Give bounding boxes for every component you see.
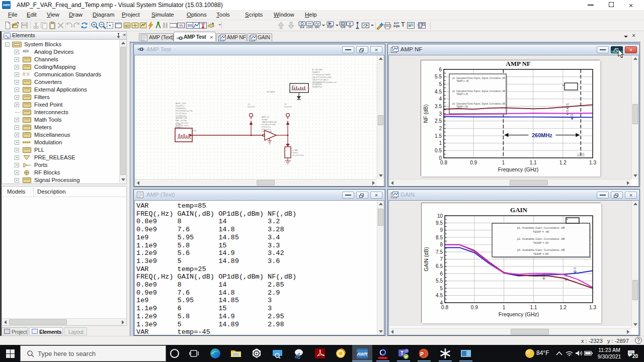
svg-text:p3. Available Gain, Cumulative: p3. Available Gain, Cumulative, dB xyxy=(517,248,565,251)
svg-text:p2: p2 xyxy=(566,109,569,112)
svg-text:1.3: 1.3 xyxy=(589,305,596,310)
svg-text:p1: p1 xyxy=(574,266,577,269)
svg-text:5: 5 xyxy=(439,81,442,87)
svg-text:NF (dB): NF (dB) xyxy=(423,105,429,123)
svg-text:TEMP = 25: TEMP = 25 xyxy=(456,93,468,96)
svg-text:AWR: AWR xyxy=(357,351,368,356)
svg-text:HO: HO xyxy=(125,24,130,28)
svg-text:3.5: 3.5 xyxy=(435,104,442,109)
svg-text:dBm: dBm xyxy=(292,85,295,87)
svg-text:0.9: 0.9 xyxy=(470,160,477,165)
svg-text:9: 9 xyxy=(440,227,443,233)
svg-text:8: 8 xyxy=(440,242,443,247)
svg-text:TEMP = -45: TEMP = -45 xyxy=(456,80,469,82)
svg-text:Frequency (GHz): Frequency (GHz) xyxy=(498,166,539,172)
svg-text:ID=A1: ID=A1 xyxy=(175,126,182,128)
svg-text:8.5: 8.5 xyxy=(436,235,443,240)
svg-text:p2. Available Gain, Cumulative: p2. Available Gain, Cumulative, dB xyxy=(517,237,565,240)
svg-text:7: 7 xyxy=(440,256,443,262)
svg-text:p1. Cascaded Noise Figure, Sig: p1. Cascaded Noise Figure, Signal, Cumul… xyxy=(452,77,505,79)
svg-text:4.5: 4.5 xyxy=(435,89,442,95)
svg-text:1.26e9: 1.26e9 xyxy=(577,153,584,155)
svg-text:5.5: 5.5 xyxy=(435,74,442,79)
svg-text:2: 2 xyxy=(439,126,442,131)
svg-text:260MHz: 260MHz xyxy=(532,132,552,138)
svg-text:p3: p3 xyxy=(566,103,569,106)
svg-text:!: ! xyxy=(26,156,27,159)
svg-text:TEMP = 85: TEMP = 85 xyxy=(533,252,549,255)
svg-text:T: T xyxy=(400,350,404,356)
svg-text:1: 1 xyxy=(502,160,505,165)
svg-text:P: P xyxy=(420,351,424,357)
svg-text:4.5: 4.5 xyxy=(436,293,443,298)
svg-text:ID=TP1: ID=TP1 xyxy=(248,106,255,108)
svg-text:9.5: 9.5 xyxy=(436,220,443,226)
svg-text:p3. Cascaded Noise Figure, Sig: p3. Cascaded Noise Figure, Signal, Cumul… xyxy=(452,103,505,105)
svg-text:0.5: 0.5 xyxy=(435,148,442,153)
svg-text:1.2: 1.2 xyxy=(559,305,567,310)
svg-text:1.2: 1.2 xyxy=(559,160,567,165)
svg-text:1.3: 1.3 xyxy=(589,160,596,165)
svg-text:1.1: 1.1 xyxy=(530,305,537,310)
svg-text:GAIN (dB): GAIN (dB) xyxy=(423,247,429,271)
svg-text:Frequency (GHz): Frequency (GHz) xyxy=(499,311,539,317)
svg-text:1: 1 xyxy=(503,305,506,310)
svg-text:4: 4 xyxy=(439,96,442,102)
svg-text:0.8: 0.8 xyxy=(440,160,447,165)
svg-text:SPCANL: SPCANL xyxy=(267,90,276,93)
svg-text:p2. Cascaded Noise Figure, Sig: p2. Cascaded Noise Figure, Signal, Cumul… xyxy=(452,90,505,93)
svg-text:0.8: 0.8 xyxy=(441,305,448,310)
svg-text:NSAMP=4: NSAMP=4 xyxy=(312,85,323,88)
svg-text:2.5: 2.5 xyxy=(435,118,442,124)
svg-text:AMP NF: AMP NF xyxy=(506,60,531,67)
svg-text:5.5: 5.5 xyxy=(436,278,443,284)
svg-text:TEMP = 85: TEMP = 85 xyxy=(456,106,468,108)
svg-text:Z=_Z0 Ohm: Z=_Z0 Ohm xyxy=(292,154,304,156)
svg-text:1.1: 1.1 xyxy=(530,160,537,165)
svg-text:1.5: 1.5 xyxy=(435,133,442,139)
svg-text:6.5: 6.5 xyxy=(436,263,443,269)
svg-text:TEMP = 25: TEMP = 25 xyxy=(533,241,549,244)
svg-text:0.9: 0.9 xyxy=(471,305,478,310)
svg-text:3: 3 xyxy=(439,111,442,117)
svg-text:p1. Available Gain, Cumulative: p1. Available Gain, Cumulative, dB xyxy=(517,226,565,229)
svg-text:6: 6 xyxy=(439,67,442,72)
svg-text:GAIN: GAIN xyxy=(510,206,528,214)
svg-text:5: 5 xyxy=(440,286,443,291)
svg-text:1: 1 xyxy=(439,140,442,146)
svg-text:7.5: 7.5 xyxy=(436,249,443,255)
svg-text:ID=TP2: ID=TP2 xyxy=(284,106,292,108)
svg-text:10: 10 xyxy=(437,213,443,219)
svg-text:Vo: Vo xyxy=(179,24,183,27)
svg-text:6: 6 xyxy=(440,271,443,277)
svg-text:TEMP = -45: TEMP = -45 xyxy=(532,230,549,233)
